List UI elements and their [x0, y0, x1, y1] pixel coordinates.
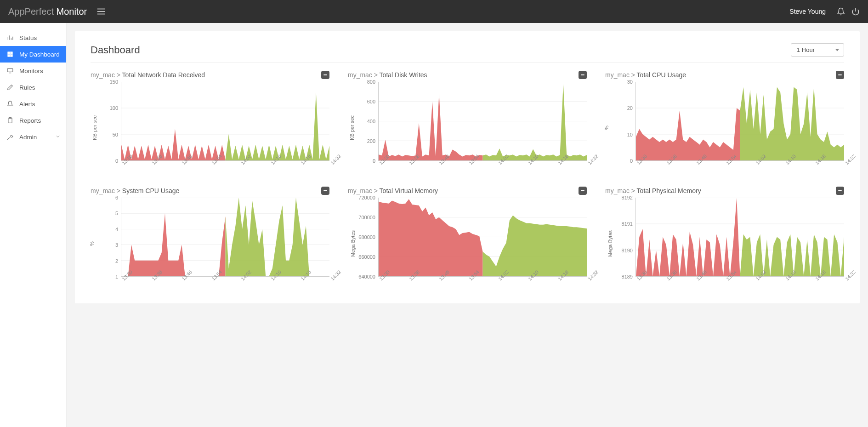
panel-minimize-button[interactable]	[321, 187, 329, 195]
panel-title: my_mac > Total Virtual Memory	[348, 187, 438, 194]
y-tick: 200	[367, 138, 375, 144]
brand-main: Monitor	[57, 6, 87, 17]
chart-panel-cpu_total: my_mac > Total CPU Usage%010203013:3013:…	[605, 71, 844, 174]
wrench-icon	[6, 134, 15, 140]
y-axis-label: Mega Bytes	[607, 230, 613, 257]
sidebar-item-label: Monitors	[19, 68, 43, 74]
sidebar-item-label: Reports	[19, 117, 41, 124]
chart-plot[interactable]	[378, 198, 587, 277]
chart-plot[interactable]	[378, 82, 587, 161]
time-range-select[interactable]: 1 Hour	[791, 43, 844, 57]
sidebar-item-label: Status	[19, 34, 37, 41]
chart-panel-vmem: my_mac > Total Virtual MemoryMega Bytes6…	[348, 187, 587, 290]
y-axis-label: %	[604, 125, 609, 130]
chart-panel-pmem: my_mac > Total Physical MemoryMega Bytes…	[605, 187, 844, 290]
chart-area: %010203013:3013:3813:4613:5414:0214:1014…	[605, 82, 844, 174]
sidebar-item-reports[interactable]: Reports	[0, 112, 66, 129]
y-tick: 10	[627, 132, 633, 137]
sidebar-item-label: Rules	[19, 84, 35, 91]
x-tick: 14:32	[329, 269, 342, 281]
chart-panel-disk: my_mac > Total Disk WritesKB per sec0200…	[348, 71, 587, 174]
chart-area: %12345613:3013:3813:4613:5414:0214:1014:…	[91, 198, 329, 290]
brand-prefix: AppPerfect	[8, 6, 54, 17]
y-tick: 2	[115, 258, 118, 264]
y-axis-label: KB per sec	[92, 115, 97, 140]
y-tick: 0	[630, 158, 633, 164]
x-tick: 14:32	[587, 269, 599, 281]
x-tick: 14:32	[844, 153, 857, 165]
pencil-icon	[6, 84, 15, 91]
chart-plot[interactable]	[635, 82, 844, 161]
menu-toggle-button[interactable]	[96, 6, 106, 17]
y-tick: 20	[627, 105, 633, 111]
panel-title: my_mac > Total Network Data Received	[91, 71, 205, 79]
y-tick: 30	[627, 79, 633, 85]
y-tick: 5	[115, 211, 118, 216]
y-tick: 50	[113, 132, 118, 137]
y-tick: 3	[115, 242, 118, 248]
svg-rect-11	[11, 55, 13, 57]
x-tick: 14:32	[844, 269, 857, 281]
sidebar-item-label: Alerts	[19, 101, 35, 108]
y-tick: 4	[115, 227, 118, 232]
chevron-down-icon	[55, 134, 61, 141]
x-tick: 14:32	[329, 153, 342, 165]
sidebar-item-alerts[interactable]: Alerts	[0, 96, 66, 112]
y-tick: 700000	[358, 215, 375, 220]
notifications-icon[interactable]	[837, 7, 845, 16]
chart-panel-net: my_mac > Total Network Data ReceivedKB p…	[91, 71, 329, 174]
monitor-icon	[6, 68, 15, 74]
charts-grid: my_mac > Total Network Data ReceivedKB p…	[91, 71, 844, 290]
chart-area: KB per sec05010015013:3013:3813:4613:541…	[91, 82, 329, 174]
y-tick: 400	[367, 119, 375, 124]
power-icon[interactable]	[851, 7, 860, 16]
panel-minimize-button[interactable]	[836, 71, 844, 79]
user-name[interactable]: Steve Young	[789, 8, 826, 15]
panel-title: my_mac > Total CPU Usage	[605, 71, 686, 79]
dashboard-header: Dashboard 1 Hour	[91, 43, 844, 63]
bar-chart-icon	[6, 34, 15, 41]
y-tick: 600	[367, 99, 375, 104]
panel-title: my_mac > Total Physical Memory	[605, 187, 701, 194]
y-axis-label: Mega Bytes	[350, 230, 356, 257]
y-tick: 6	[115, 195, 118, 200]
chart-plot[interactable]	[635, 198, 844, 277]
y-tick: 100	[110, 105, 118, 111]
chart-panel-cpu_sys: my_mac > System CPU Usage%12345613:3013:…	[91, 187, 329, 290]
sidebar-item-status[interactable]: Status	[0, 29, 66, 46]
panel-minimize-button[interactable]	[579, 187, 587, 195]
panel-title: my_mac > Total Disk Writes	[348, 71, 427, 79]
panel-title: my_mac > System CPU Usage	[91, 187, 179, 194]
y-tick: 8191	[622, 221, 633, 227]
sidebar-item-monitors[interactable]: Monitors	[0, 63, 66, 79]
chart-plot[interactable]	[121, 198, 329, 277]
chart-plot[interactable]	[121, 82, 329, 161]
chart-area: Mega Bytes818981908191819213:3013:3813:4…	[605, 198, 844, 290]
y-tick: 150	[110, 79, 118, 85]
y-axis-label: %	[89, 241, 95, 246]
sidebar-item-label: Admin	[19, 134, 37, 141]
y-tick: 720000	[358, 195, 375, 200]
y-tick: 800	[367, 79, 375, 85]
topbar: AppPerfect Monitor Steve Young	[0, 0, 868, 23]
y-tick: 8189	[622, 274, 633, 279]
page-title: Dashboard	[91, 44, 140, 56]
y-tick: 680000	[358, 234, 375, 240]
sidebar-item-dashboard[interactable]: My Dashboard	[0, 46, 66, 63]
y-tick: 1	[115, 274, 118, 279]
svg-rect-10	[8, 55, 10, 57]
brand: AppPerfect Monitor	[8, 6, 87, 17]
sidebar-item-label: My Dashboard	[19, 51, 60, 58]
dashboard-card: Dashboard 1 Hour my_mac > Total Network …	[75, 31, 860, 303]
sidebar-item-rules[interactable]: Rules	[0, 79, 66, 96]
svg-rect-12	[7, 68, 13, 72]
y-tick: 0	[115, 158, 118, 164]
sidebar-item-admin[interactable]: Admin	[0, 129, 66, 145]
x-tick: 14:32	[587, 153, 599, 165]
time-range-value: 1 Hour	[797, 46, 815, 53]
chart-area: Mega Bytes640000660000680000700000720000…	[348, 198, 587, 290]
panel-minimize-button[interactable]	[321, 71, 329, 79]
panel-minimize-button[interactable]	[836, 187, 844, 195]
panel-minimize-button[interactable]	[579, 71, 587, 79]
y-tick: 8190	[622, 248, 633, 253]
